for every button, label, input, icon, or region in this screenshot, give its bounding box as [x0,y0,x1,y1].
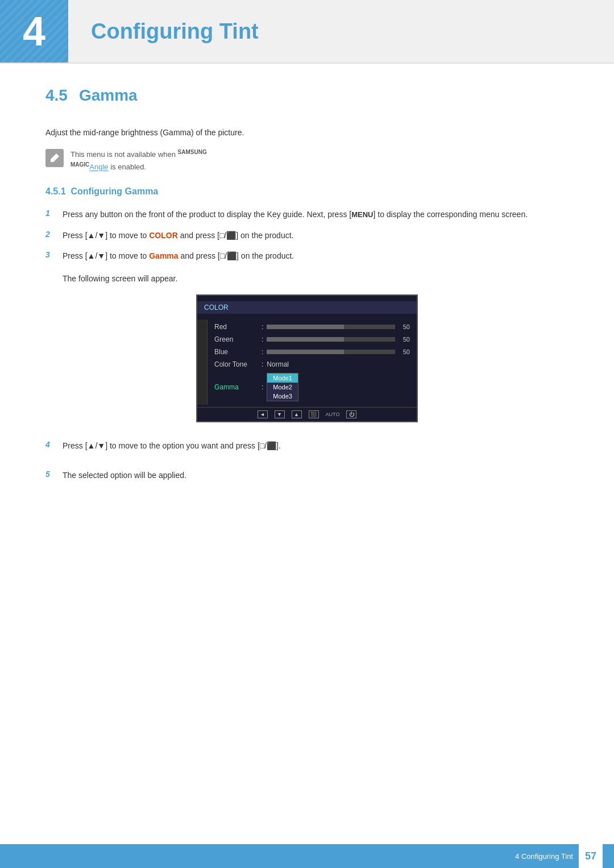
main-content: 4.5Gamma Adjust the mid-range brightness… [0,86,614,481]
screen-label-red: Red [214,323,257,331]
step-5-content: The selected option will be applied. [63,469,186,481]
screen-text-colortone: Normal [267,360,289,368]
screen-value-red: : 50 [262,323,410,331]
step-1-number: 1 [45,208,55,218]
screen-colon-gamma: : [262,383,263,391]
body-intro: Adjust the mid-range brightness (Gamma) … [45,126,569,139]
screen-title: COLOR [204,304,229,312]
screen-bottom-bar: ◄ ▼ ▲ ⬛ AUTO ⏻ [197,407,417,421]
color-highlight: COLOR [149,231,178,240]
chapter-title-block: Configuring Tint [68,0,281,63]
section-number: 4.5 [45,86,68,104]
screen-dropdown-gamma: Mode1 Mode2 Mode3 [267,373,298,401]
screen-colon-colortone: : [262,360,263,368]
dropdown-mode1: Mode1 [267,373,298,383]
screen-value-gamma: : Mode1 Mode2 Mode3 [262,373,410,401]
section-heading: 4.5Gamma [45,86,569,109]
screen-title-bar: COLOR [197,301,417,314]
screen-bar-fill-blue [267,350,343,354]
step-3-content: Press [▲/▼] to move to Gamma and press [… [63,250,294,262]
screen-value-colortone: : Normal [262,360,410,368]
screen-number-blue: 50 [399,348,410,355]
bottom-btn-up: ▲ [292,410,302,418]
subsection-heading: 4.5.1 Configuring Gamma [45,186,569,197]
step-note-text: The following screen will appear. [63,274,177,283]
step-2-number: 2 [45,229,55,239]
subsection-title: Configuring Gamma [70,186,158,196]
step-3: 3 Press [▲/▼] to move to Gamma and press… [45,250,569,262]
step-2: 2 Press [▲/▼] to move to COLOR and press… [45,229,569,242]
bottom-btn-left: ◄ [258,410,268,418]
step-3-number: 3 [45,250,55,259]
bottom-btn-auto-label: AUTO [326,412,340,417]
screen-colon-red: : [262,323,263,331]
dropdown-mode3: Mode3 [267,392,298,401]
screen-bar-red [267,325,395,329]
screen-mockup: COLOR Red : 50 [196,294,418,422]
note-icon [45,149,64,167]
bottom-btn-down: ▼ [275,410,285,418]
step-4: 4 Press [▲/▼] to move to the option you … [45,439,569,452]
steps-list: 1 Press any button on the front of the p… [45,208,569,263]
footer-page-number: 57 [579,844,603,868]
screen-label-green: Green [214,335,257,343]
screen-sidebar [197,319,208,405]
screen-row-colortone: Color Tone : Normal [208,358,417,371]
screen-colon-green: : [262,335,263,343]
note-text: This menu is not available when SAMSUNGM… [70,148,207,173]
step-note: The following screen will appear. [63,274,569,283]
step-1: 1 Press any button on the front of the p… [45,208,569,221]
step-5: 5 The selected option will be applied. [45,469,569,481]
bottom-btn-enter: ⬛ [309,410,319,418]
subsection-number: 4.5.1 [45,186,66,196]
screen-bar-blue [267,350,395,354]
step-1-content: Press any button on the front of the pro… [63,208,528,221]
screen-row-green: Green : 50 [208,333,417,346]
screen-label-colortone: Color Tone [214,360,257,368]
screen-items: Red : 50 Green : [208,319,417,405]
screen-number-red: 50 [399,323,410,330]
angle-link: Angle [89,163,108,172]
screen-value-green: : 50 [262,335,410,343]
pencil-icon [49,152,60,164]
screen-bar-fill-red [267,325,343,329]
screen-value-blue: : 50 [262,348,410,356]
section-title: Gamma [79,86,138,104]
screen-label-gamma: Gamma [214,383,257,391]
chapter-number: 4 [0,0,68,63]
screen-number-green: 50 [399,336,410,343]
screen-label-blue: Blue [214,348,257,356]
chapter-title: Configuring Tint [91,19,259,44]
screen-menu-area: Red : 50 Green : [197,317,417,407]
screen-container: COLOR Red : 50 [45,294,569,422]
dropdown-mode2: Mode2 [267,383,298,392]
bottom-btn-power: ⏻ [346,410,356,418]
note-box: This menu is not available when SAMSUNGM… [45,148,569,173]
chapter-header: 4 Configuring Tint [0,0,614,64]
step-2-content: Press [▲/▼] to move to COLOR and press [… [63,229,293,242]
footer: 4 Configuring Tint 57 [0,844,614,868]
screen-colon-blue: : [262,348,263,356]
screen-row-blue: Blue : 50 [208,346,417,358]
step-5-number: 5 [45,469,55,479]
screen-bar-fill-green [267,337,343,342]
screen-row-red: Red : 50 [208,321,417,333]
screen-row-gamma: Gamma : Mode1 Mode2 Mode3 [208,371,417,404]
footer-text: 4 Configuring Tint [515,852,573,861]
step-4-content: Press [▲/▼] to move to the option you wa… [63,439,281,452]
gamma-highlight: Gamma [149,251,178,260]
screen-bar-green [267,337,395,342]
step-4-number: 4 [45,439,55,449]
